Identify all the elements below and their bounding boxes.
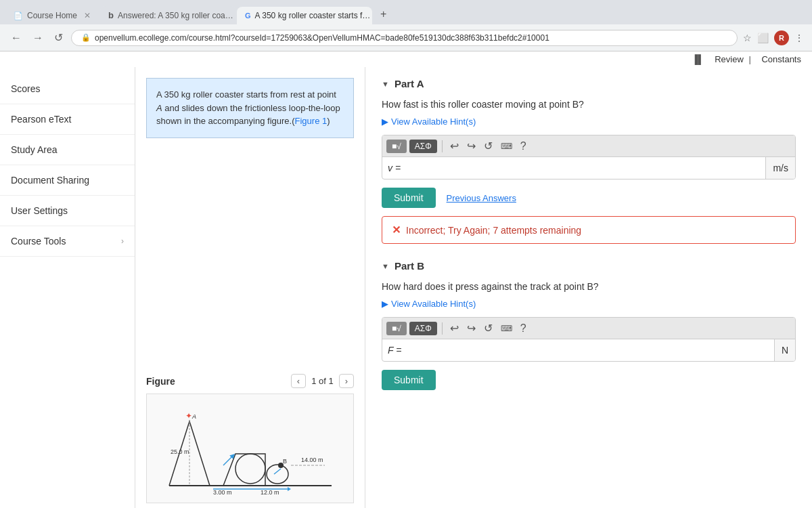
- part-a-submit-row: Submit Previous Answers: [382, 188, 796, 208]
- sidebar-item-document-sharing[interactable]: Document Sharing: [0, 165, 135, 196]
- sidebar-item-scores[interactable]: Scores: [0, 74, 135, 104]
- sidebar-label-document-sharing: Document Sharing: [11, 175, 89, 186]
- figure-image: 25.0 m B: [146, 394, 354, 503]
- figure-next-button[interactable]: ›: [339, 374, 354, 388]
- part-b-hint-link[interactable]: ▶ View Available Hint(s): [382, 299, 796, 309]
- part-a-hint-link[interactable]: ▶ View Available Hint(s): [382, 117, 796, 127]
- error-text: Incorrect; Try Again; 7 attempts remaini…: [406, 225, 581, 236]
- back-button[interactable]: ←: [8, 29, 24, 47]
- figure-nav-label: 1 of 1: [311, 376, 334, 386]
- part-a-input[interactable]: [405, 161, 760, 175]
- part-a-header[interactable]: ▼ Part A: [382, 78, 796, 89]
- svg-text:12.0 m: 12.0 m: [261, 489, 279, 496]
- sqrt-button-b[interactable]: ■√: [386, 322, 407, 335]
- sqrt-icon-a: ■: [392, 142, 397, 151]
- refresh-button-b[interactable]: ↺: [481, 320, 495, 336]
- keyboard-button-b[interactable]: ⌨: [498, 322, 515, 335]
- part-b-hint-label: View Available Hint(s): [391, 299, 476, 309]
- hint-b-arrow-icon: ▶: [382, 299, 388, 309]
- undo-button-b[interactable]: ↩: [447, 320, 461, 336]
- left-panel: A 350 kg roller coaster starts from rest…: [135, 67, 365, 508]
- keyboard-button-a[interactable]: ⌨: [498, 140, 515, 152]
- sidebar-label-course-tools: Course Tools: [11, 236, 66, 247]
- sym-button-b[interactable]: ΑΣΦ: [409, 322, 437, 335]
- tab-google[interactable]: G A 350 kg roller coaster starts f… ✕: [237, 7, 372, 24]
- sidebar-label-study-area: Study Area: [11, 144, 58, 155]
- tab-label-answered: Answered: A 350 kg roller coa…: [118, 11, 233, 20]
- part-a-prev-answers[interactable]: Previous Answers: [447, 193, 516, 203]
- sidebar-label-scores: Scores: [11, 83, 41, 94]
- sqrt-button-a[interactable]: ■√: [386, 140, 407, 153]
- lock-icon: 🔒: [81, 33, 91, 42]
- tab-course-home[interactable]: 📄 Course Home ✕: [5, 7, 99, 24]
- problem-text: A 350 kg roller coaster starts from rest…: [156, 89, 340, 126]
- extensions-button[interactable]: ⬜: [757, 33, 769, 43]
- constants-link[interactable]: Constants: [761, 54, 801, 64]
- tab-answered[interactable]: b Answered: A 350 kg roller coa… ✕: [100, 6, 235, 24]
- tab-close-course-home[interactable]: ✕: [84, 11, 91, 20]
- part-b-submit-button[interactable]: Submit: [382, 370, 436, 390]
- redo-button-b[interactable]: ↪: [464, 320, 478, 336]
- part-b-label: Part B: [394, 260, 424, 272]
- part-a-input-area: v =: [382, 157, 765, 179]
- part-a-answer-box: ■√ ΑΣΦ ↩ ↪ ↺ ⌨ ? v =: [382, 135, 796, 179]
- sidebar-item-study-area[interactable]: Study Area: [0, 135, 135, 165]
- help-button-b[interactable]: ?: [518, 321, 529, 336]
- sidebar-item-pearson-etext[interactable]: Pearson eText: [0, 104, 135, 135]
- tab-bar: 📄 Course Home ✕ b Answered: A 350 kg rol…: [0, 0, 812, 24]
- part-b-submit-row: Submit: [382, 370, 796, 390]
- part-a-hint-label: View Available Hint(s): [391, 117, 476, 127]
- address-bar[interactable]: 🔒 openvellum.ecollege.com/course.html?co…: [71, 30, 738, 46]
- part-a-unit: m/s: [765, 157, 795, 179]
- bookmark-button[interactable]: ☆: [743, 33, 752, 43]
- sidebar-item-user-settings[interactable]: User Settings: [0, 196, 135, 226]
- svg-point-4: [267, 465, 288, 484]
- error-x-icon: ✕: [392, 224, 401, 236]
- part-b-arrow-icon: ▼: [382, 262, 389, 270]
- undo-button-a[interactable]: ↩: [447, 138, 461, 154]
- svg-text:B: B: [283, 458, 287, 465]
- sidebar-item-course-tools[interactable]: Course Tools ›: [0, 226, 135, 257]
- sidebar-label-user-settings: User Settings: [11, 205, 68, 216]
- svg-point-3: [235, 454, 265, 484]
- tab-label-course-home: Course Home: [27, 11, 77, 20]
- part-a-submit-button[interactable]: Submit: [382, 188, 436, 208]
- sym-button-a[interactable]: ΑΣΦ: [409, 140, 437, 153]
- figure-nav: ‹ 1 of 1 ›: [291, 374, 354, 388]
- content-area: A 350 kg roller coaster starts from rest…: [135, 67, 812, 508]
- part-a-var-label: v =: [388, 163, 401, 173]
- svg-marker-16: [288, 487, 291, 491]
- svg-line-14: [274, 469, 281, 474]
- problem-statement: A 350 kg roller coaster starts from rest…: [146, 78, 354, 138]
- browser-actions: ☆ ⬜ R ⋮: [743, 30, 804, 45]
- refresh-button-a[interactable]: ↺: [481, 138, 495, 154]
- new-tab-button[interactable]: +: [374, 4, 393, 24]
- part-a-question: How fast is this roller coaster moving a…: [382, 99, 796, 110]
- review-link[interactable]: Review: [715, 54, 744, 64]
- figure-prev-button[interactable]: ‹: [291, 374, 306, 388]
- menu-button[interactable]: ⋮: [794, 33, 804, 43]
- tab-icon-course-home: 📄: [14, 12, 23, 20]
- part-b-input-row: F = N: [382, 339, 795, 361]
- help-button-a[interactable]: ?: [518, 139, 529, 154]
- sidebar: Scores Pearson eText Study Area Document…: [0, 67, 135, 508]
- part-b-section: ▼ Part B How hard does it press against …: [382, 260, 796, 390]
- forward-button[interactable]: →: [30, 29, 46, 47]
- refresh-button[interactable]: ↺: [51, 28, 66, 47]
- user-avatar[interactable]: R: [774, 30, 789, 45]
- part-b-var-label: F =: [388, 345, 401, 356]
- svg-text:25.0 m: 25.0 m: [171, 448, 189, 455]
- part-b-input[interactable]: [405, 343, 769, 357]
- part-a-section: ▼ Part A How fast is this roller coaster…: [382, 78, 796, 244]
- svg-text:✦: ✦: [185, 411, 192, 421]
- svg-text:14.00 m: 14.00 m: [301, 457, 323, 463]
- part-b-answer-box: ■√ ΑΣΦ ↩ ↪ ↺ ⌨ ? F =: [382, 317, 796, 362]
- figure-link[interactable]: Figure 1: [295, 116, 328, 126]
- redo-button-a[interactable]: ↪: [464, 138, 478, 154]
- hint-arrow-icon: ▶: [382, 117, 388, 127]
- part-b-header[interactable]: ▼ Part B: [382, 260, 796, 272]
- url-text: openvellum.ecollege.com/course.html?cour…: [95, 33, 549, 43]
- address-bar-row: ← → ↺ 🔒 openvellum.ecollege.com/course.h…: [0, 24, 812, 51]
- roller-coaster-diagram: 25.0 m B: [156, 401, 345, 496]
- part-a-input-row: v = m/s: [382, 157, 795, 179]
